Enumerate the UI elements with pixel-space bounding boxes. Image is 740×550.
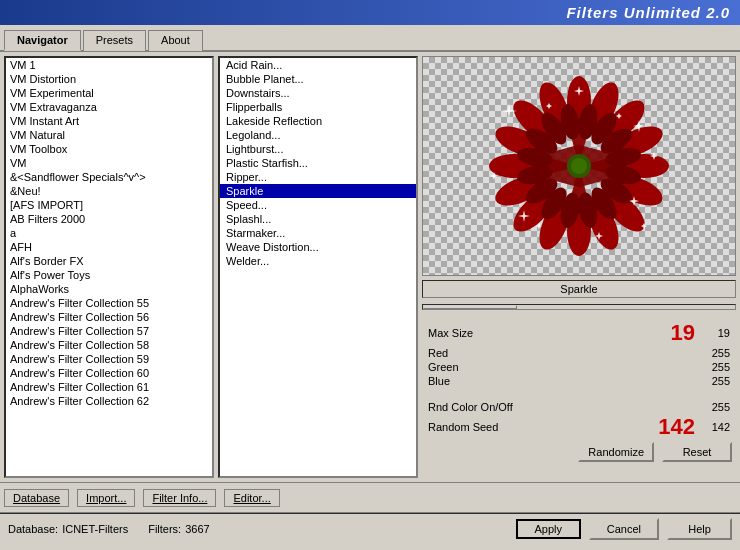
filter-list-item[interactable]: VM Natural	[6, 128, 212, 142]
filter-list-item[interactable]: Andrew's Filter Collection 59	[6, 352, 212, 366]
param2-row: Rnd Color On/Off255	[426, 400, 732, 414]
effect-list-item[interactable]: Lightburst...	[220, 142, 416, 156]
effect-list-item[interactable]: Lakeside Reflection	[220, 114, 416, 128]
main-content: VM 1VM DistortionVM ExperimentalVM Extra…	[0, 52, 740, 482]
filter-list-item[interactable]: a	[6, 226, 212, 240]
status-bar: Database: ICNET-Filters Filters: 3667 Ap…	[0, 512, 740, 544]
tab-about[interactable]: About	[148, 30, 203, 51]
filter-list-item[interactable]: VM Extravaganza	[6, 100, 212, 114]
param-small-value[interactable]: 255	[697, 374, 732, 388]
app-title: Filters Unlimited 2.0	[566, 4, 730, 21]
filter-list-item[interactable]: &Neu!	[6, 184, 212, 198]
effect-list-item[interactable]: Flipperballs	[220, 100, 416, 114]
param-small-value[interactable]: 255	[697, 360, 732, 374]
randomize-button[interactable]: Randomize	[578, 442, 654, 462]
filter-list-item[interactable]: [AFS IMPORT]	[6, 198, 212, 212]
filter-list-item[interactable]: Andrew's Filter Collection 61	[6, 380, 212, 394]
filter-list-item[interactable]: Andrew's Filter Collection 56	[6, 310, 212, 324]
database-button[interactable]: Database	[4, 489, 69, 507]
filter-list-item[interactable]: Andrew's Filter Collection 62	[6, 394, 212, 408]
param-big-value[interactable]: 19	[637, 320, 697, 346]
effect-name-bar: Sparkle	[422, 280, 736, 298]
database-value: ICNET-Filters	[62, 523, 128, 535]
filter-list-item[interactable]: Alf's Border FX	[6, 254, 212, 268]
filters-status: Filters: 3667	[148, 523, 209, 535]
title-bar: Filters Unlimited 2.0	[0, 0, 740, 25]
param-small-value[interactable]: 19	[697, 320, 732, 346]
effect-panel: Acid Rain...Bubble Planet...Downstairs..…	[218, 56, 418, 478]
database-label: Database:	[8, 523, 58, 535]
param2-small-value[interactable]: 142	[697, 414, 732, 440]
effect-name: Sparkle	[560, 283, 597, 295]
filter-list-item[interactable]: AFH	[6, 240, 212, 254]
filter-list-item[interactable]: VM Toolbox	[6, 142, 212, 156]
filter-list-item[interactable]: Andrew's Filter Collection 57	[6, 324, 212, 338]
database-status: Database: ICNET-Filters	[8, 523, 128, 535]
params-panel: Max Size1919Red255Green255Blue255 Rnd Co…	[422, 316, 736, 478]
editor-button[interactable]: Editor...	[224, 489, 279, 507]
filter-list-item[interactable]: &<Sandflower Specials^v^>	[6, 170, 212, 184]
param-label: Green	[426, 360, 637, 374]
param-row: Red255	[426, 346, 732, 360]
effect-list-item[interactable]: Splashl...	[220, 212, 416, 226]
filter-panel: VM 1VM DistortionVM ExperimentalVM Extra…	[4, 56, 214, 478]
effect-list-item[interactable]: Downstairs...	[220, 86, 416, 100]
bottom-toolbar: Database Import... Filter Info... Editor…	[0, 482, 740, 512]
preview-image	[464, 66, 694, 266]
param2-label: Rnd Color On/Off	[426, 400, 637, 414]
params-table: Max Size1919Red255Green255Blue255	[426, 320, 732, 388]
final-buttons: Apply Cancel Help	[516, 518, 732, 540]
filter-list-item[interactable]: VM	[6, 156, 212, 170]
effect-list-item[interactable]: Sparkle	[220, 184, 416, 198]
effect-list-item[interactable]: Bubble Planet...	[220, 72, 416, 86]
cancel-button[interactable]: Cancel	[589, 518, 659, 540]
filter-list-item[interactable]: Andrew's Filter Collection 58	[6, 338, 212, 352]
filter-list-item[interactable]: VM Instant Art	[6, 114, 212, 128]
effect-list-item[interactable]: Acid Rain...	[220, 58, 416, 72]
param-label: Max Size	[426, 320, 637, 346]
filter-list[interactable]: VM 1VM DistortionVM ExperimentalVM Extra…	[6, 58, 212, 476]
param-row: Green255	[426, 360, 732, 374]
effect-list-item[interactable]: Welder...	[220, 254, 416, 268]
filters-label: Filters:	[148, 523, 181, 535]
tab-presets[interactable]: Presets	[83, 30, 146, 51]
param2-label: Random Seed	[426, 414, 637, 440]
filter-list-item[interactable]: VM 1	[6, 58, 212, 72]
filter-list-item[interactable]: VM Distortion	[6, 72, 212, 86]
tab-navigator[interactable]: Navigator	[4, 30, 81, 51]
svg-point-41	[571, 158, 587, 174]
param-small-value[interactable]: 255	[697, 346, 732, 360]
filter-list-item[interactable]: Andrew's Filter Collection 55	[6, 296, 212, 310]
rnd-reset-row: Randomize Reset	[426, 440, 732, 464]
filter-list-item[interactable]: VM Experimental	[6, 86, 212, 100]
param-row: Max Size1919	[426, 320, 732, 346]
effect-list-item[interactable]: Plastic Starfish...	[220, 156, 416, 170]
preview-area	[422, 56, 736, 276]
filter-info-button[interactable]: Filter Info...	[143, 489, 216, 507]
effect-list-item[interactable]: Weave Distortion...	[220, 240, 416, 254]
filters-value: 3667	[185, 523, 209, 535]
params2-table: Rnd Color On/Off255Random Seed142142	[426, 400, 732, 440]
filter-list-item[interactable]: Alf's Power Toys	[6, 268, 212, 282]
effect-list-item[interactable]: Ripper...	[220, 170, 416, 184]
effect-list-item[interactable]: Starmaker...	[220, 226, 416, 240]
reset-button[interactable]: Reset	[662, 442, 732, 462]
param-label: Blue	[426, 374, 637, 388]
param-label: Red	[426, 346, 637, 360]
effect-list[interactable]: Acid Rain...Bubble Planet...Downstairs..…	[220, 58, 416, 476]
right-panel: Sparkle Max Size1919Red255Green255Blue25…	[422, 56, 736, 478]
apply-button[interactable]: Apply	[516, 519, 581, 539]
param2-big-value[interactable]: 142	[637, 414, 697, 440]
import-button[interactable]: Import...	[77, 489, 135, 507]
tabs-row: Navigator Presets About	[0, 25, 740, 52]
effect-list-item[interactable]: Legoland...	[220, 128, 416, 142]
param2-row: Random Seed142142	[426, 414, 732, 440]
help-button[interactable]: Help	[667, 518, 732, 540]
filter-list-item[interactable]: Andrew's Filter Collection 60	[6, 366, 212, 380]
filter-list-item[interactable]: AlphaWorks	[6, 282, 212, 296]
filter-list-item[interactable]: AB Filters 2000	[6, 212, 212, 226]
param-row: Blue255	[426, 374, 732, 388]
param2-small-value[interactable]: 255	[697, 400, 732, 414]
effect-list-item[interactable]: Speed...	[220, 198, 416, 212]
